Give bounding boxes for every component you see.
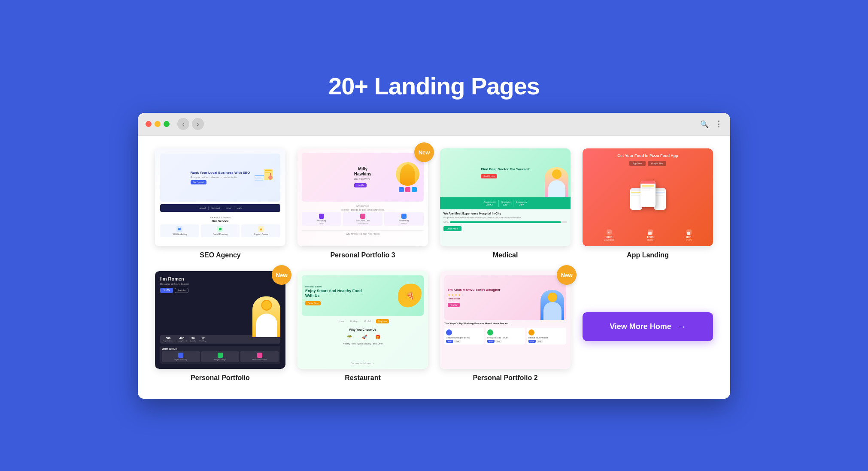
pp-preview: I'm Romen Designer & Brand Expert Hire M… [155,271,285,369]
forward-button[interactable]: › [192,118,204,130]
card-app-landing: Get Your Food In Pizza Food App App Stor… [583,148,713,259]
seo-svc-icon-1 [176,226,182,232]
pp2-btn-1[interactable]: View [446,340,453,343]
medical-rating-label: 95 % [443,221,448,223]
card-image-restaurant: Best food in town Enjoy Smart And Health… [297,271,428,369]
pp2-card-1: Choosed Design For You View Cart [444,328,484,344]
seo-hero-desc: Grow your business online with proven st… [191,176,237,178]
card-medical: Find Best Doctor For Yourself Find Docto… [440,148,571,259]
pp2-btn-4[interactable]: Cart [495,340,502,343]
pp2-hero-content: I'm Kelis Mamvu Tshirt Designer ★ ★ ★ ★ … [448,288,501,308]
seo-service-item-1: SEO Marketing [160,224,199,237]
portfolio3-svc-desc-3: Strategy [401,222,407,224]
restaurant-why-section: Why You Chose Us 🥗 Healthy Food 🚀 Quick … [302,327,424,346]
app-stat-icon-1 [607,229,612,235]
pp-hire-btn[interactable]: Hire Me [160,288,173,293]
pp2-star-4: ★ [458,293,461,297]
restaurant-nav-1[interactable]: Home [337,319,346,323]
pp-stat-4: 12 Year Exp. [199,337,206,342]
portfolio3-hire-btn[interactable]: Hire Me [354,183,367,187]
dot-red[interactable] [146,121,152,127]
pp2-btn-5[interactable]: View [528,340,536,343]
card-image-pp: I'm Romen Designer & Brand Expert Hire M… [155,271,285,369]
medical-learn-btn[interactable]: Learn More [443,226,461,231]
restaurant-nav-2[interactable]: Findings [348,319,361,323]
browser-content: Rank Your Local Business With SEO Grow y… [138,136,730,399]
app-stat-label-3: Users [686,239,692,241]
portfolio3-svc-label-3: Marketing [399,219,409,222]
app-stats-row: 200K Downloads 120K Rating [588,227,708,241]
restaurant-nav-3[interactable]: Portfolio [362,319,374,323]
browser-bar: ‹ › 🔍 ⋮ [138,113,730,136]
svg-rect-3 [255,180,263,181]
pp2-preview: I'm Kelis Mamvu Tshirt Designer ★ ★ ★ ★ … [440,271,571,369]
medical-hero-section: Find Best Doctor For Yourself Find Docto… [440,148,571,197]
browser-icons: 🔍 ⋮ [700,119,722,129]
svg-rect-6 [265,172,270,173]
restaurant-why-title: Why You Chose Us [302,328,424,331]
pp2-card-label-2: Finalize & Add To Cart [487,336,523,339]
seo-service-cards: SEO Marketing Social Planning [160,224,280,237]
app-stat-icon-3 [686,229,692,235]
pp-hero-area: I'm Romen Designer & Brand Expert Hire M… [160,276,280,333]
medical-cta-btn[interactable]: Find Doctor [481,174,497,178]
restaurant-hero-text: Enjoy Smart And Healthy Food With Us [305,289,363,298]
restaurant-hero: Best food in town Enjoy Smart And Health… [302,275,424,316]
pp-cta-buttons: Hire Me Portfolio [160,288,280,293]
restaurant-order-btn[interactable]: Order Now [305,301,321,305]
pp-svc-3: Web Development [240,351,279,362]
pp-stat-label-1: Projects Done [163,340,173,342]
back-button[interactable]: ‹ [177,118,189,130]
portfolio3-service-section: My Service The way I provide my best ser… [302,204,424,226]
card-portfolio3: New MillyHawkins 1k+ Followers Hire Me [297,148,428,259]
pp2-hero-section: I'm Kelis Mamvu Tshirt Designer ★ ★ ★ ★ … [444,275,566,320]
pp-svc-icon-2 [218,353,223,358]
cards-grid: Rank Your Local Business With SEO Grow y… [155,148,713,382]
search-icon[interactable]: 🔍 [700,120,709,128]
card-view-more: View More Home → [583,271,713,382]
medical-doctor-illustration [545,167,568,197]
more-icon[interactable]: ⋮ [715,119,722,129]
appstore-btn[interactable]: App Store [629,161,646,166]
pp-stat-value-4: 12 [201,337,205,340]
medical-progress-fill [450,221,561,223]
restaurant-tagline: Best food in town [305,285,363,288]
svg-rect-12 [648,232,652,235]
medical-preview: Find Best Doctor For Yourself Find Docto… [440,148,571,246]
medical-divider [498,200,499,207]
seo-preview: Rank Your Local Business With SEO Grow y… [155,148,285,246]
svg-rect-1 [255,175,265,176]
pp2-card-icon-3 [528,329,534,335]
seo-service-item-2: Social Planning [201,224,240,237]
app-stat-value-2: 120K [646,236,654,239]
app-stat-label-1: Downloads [604,239,615,241]
pp2-btn-3[interactable]: View [487,340,495,343]
pp2-btn-2[interactable]: Cart [454,340,461,343]
restaurant-nav-4[interactable]: Buy Now [376,319,389,323]
pp2-btn-6[interactable]: Cart [537,340,543,343]
portfolio3-preview: MillyHawkins 1k+ Followers Hire Me [297,148,428,246]
new-badge-pp: New [272,265,291,285]
new-badge-pp2: New [557,265,577,285]
seo-cta-btn[interactable]: Get Started [191,180,207,184]
pp2-cards-row: Choosed Design For You View Cart Fi [444,328,566,344]
seo-svc-label-3: Support Center [254,233,268,236]
view-more-button[interactable]: View More Home → [583,312,713,341]
pp-svc-label-2: Graphic Design [214,359,226,361]
app-phones-row [588,183,708,210]
restaurant-food-blob: 🍕 [398,284,422,307]
dot-yellow[interactable] [155,121,161,127]
pp-stat-1: 500 Projects Done [163,337,173,342]
portfolio3-social-icons [399,187,417,192]
app-stat-value-1: 200K [606,236,613,239]
pp-portfolio-btn[interactable]: Portfolio [175,288,188,293]
app-preview: Get Your Food In Pizza Food App App Stor… [583,148,713,246]
app-stat-3: 80K Users [686,229,692,241]
portfolio3-name: MillyHawkins [354,166,372,177]
googleplay-btn[interactable]: Google Play [648,161,666,166]
dot-green[interactable] [164,121,170,127]
portfolio3-service-title: My Service [302,205,424,207]
portfolio3-svc-icon-1 [319,214,324,219]
pp-svc-2: Graphic Design [201,351,240,362]
pp2-hire-btn[interactable]: Hire Me [448,303,460,307]
